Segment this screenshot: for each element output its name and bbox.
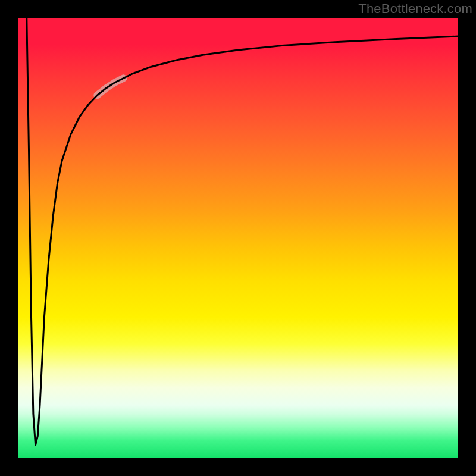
plot-svg xyxy=(18,18,458,458)
watermark-text: TheBottleneck.com xyxy=(358,1,472,17)
plot-area xyxy=(18,18,458,458)
data-curve xyxy=(27,18,458,445)
chart-stage: TheBottleneck.com xyxy=(0,0,476,476)
